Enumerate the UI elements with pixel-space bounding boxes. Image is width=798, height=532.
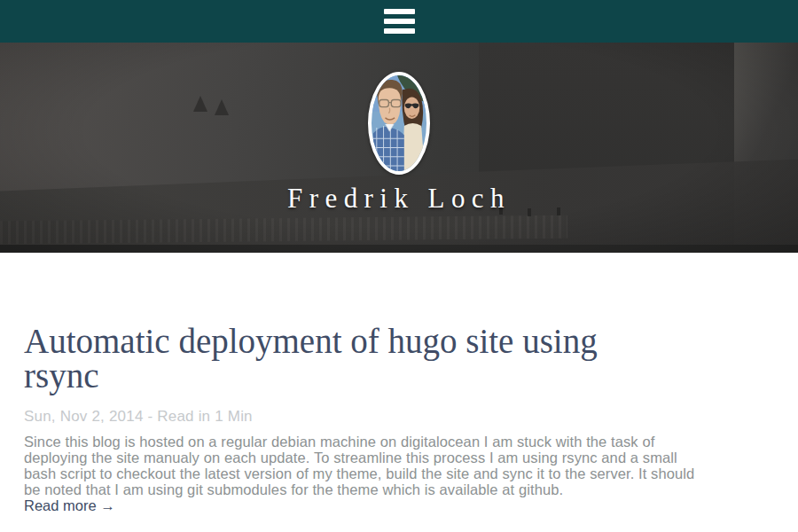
hamburger-bar bbox=[384, 19, 415, 24]
top-nav-bar bbox=[0, 0, 798, 43]
hamburger-bar bbox=[384, 28, 415, 34]
author-avatar bbox=[368, 72, 430, 175]
post-list: Automatic deployment of hugo site using … bbox=[0, 253, 798, 514]
post-title-link[interactable]: Automatic deployment of hugo site using … bbox=[24, 324, 780, 393]
menu-button[interactable] bbox=[379, 4, 419, 39]
post-meta: Sun, Nov 2, 2014 - Read in 1 Min bbox=[24, 408, 780, 426]
site-author-name: Fredrik Loch bbox=[0, 183, 798, 215]
read-more-link[interactable]: Read more → bbox=[24, 497, 115, 513]
hamburger-bar bbox=[384, 9, 415, 14]
post-excerpt: Since this blog is hosted on a regular d… bbox=[24, 434, 780, 497]
post-preview: Automatic deployment of hugo site using … bbox=[24, 324, 780, 514]
hero-banner: Fredrik Loch bbox=[0, 43, 798, 253]
avatar-photo bbox=[372, 75, 426, 171]
